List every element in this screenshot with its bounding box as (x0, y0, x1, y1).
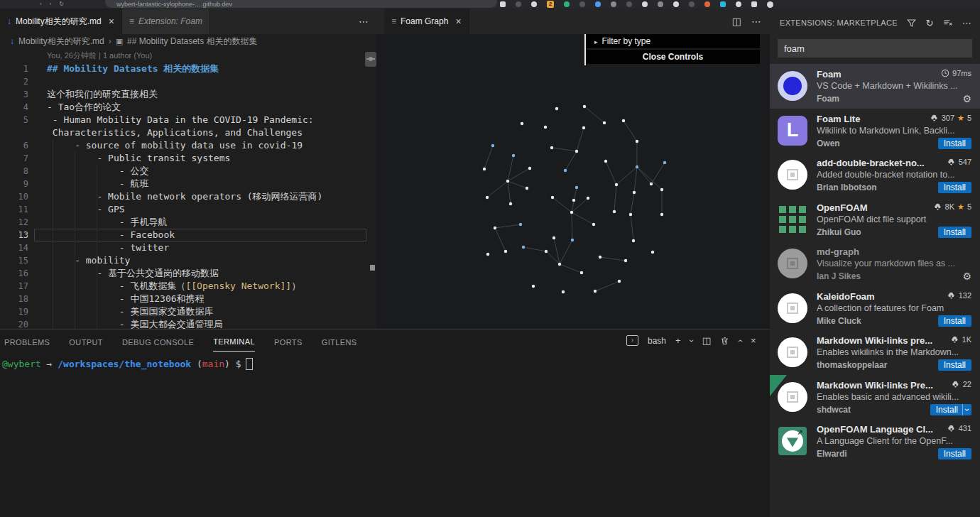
filter-by-type-control[interactable]: ▸Filter by type (586, 34, 760, 48)
browser-extension-icon[interactable] (673, 1, 679, 7)
new-terminal-icon[interactable]: + (675, 335, 681, 346)
graph-node[interactable] (618, 280, 621, 283)
tab-gitlens[interactable]: GITLENS (322, 331, 357, 352)
close-controls-button[interactable]: Close Controls (586, 50, 760, 64)
extension-list-item[interactable]: add-double-bracket-no... 547 Added doubl… (770, 153, 980, 197)
extension-list-item[interactable]: ↗ OpenFOAM Language Cl... 431 A Language… (770, 419, 980, 464)
install-button[interactable]: Install (938, 138, 971, 149)
extension-list-item[interactable]: Markdown Wiki-links pre... 1K Enables wi… (770, 330, 980, 375)
close-panel-icon[interactable]: × (751, 335, 756, 346)
tab-debug-console[interactable]: DEBUG CONSOLE (122, 331, 194, 352)
split-terminal-icon[interactable]: ◫ (702, 335, 711, 346)
graph-node[interactable] (603, 121, 606, 124)
tab-mobility-md[interactable]: ↓ Mobility相关的研究.md × (0, 9, 122, 34)
breadcrumb[interactable]: ↓ Mobility相关的研究.md › ▣ ## Mobility Datas… (0, 34, 377, 48)
tab-output[interactable]: OUTPUT (69, 331, 103, 352)
editor-sash-handle[interactable] (365, 52, 376, 67)
maximize-panel-icon[interactable]: › (735, 339, 745, 342)
manage-gear-icon[interactable]: ⚙ (962, 271, 971, 282)
tab-extension-foam[interactable]: ≡ Extension: Foam (122, 9, 210, 34)
code-line[interactable]: 3 这个和我们的研究直接相关 (0, 88, 369, 101)
tab-terminal[interactable]: TERMINAL (213, 330, 255, 352)
browser-extension-icon[interactable] (736, 1, 741, 7)
graph-node[interactable] (633, 191, 636, 194)
filter-icon[interactable] (907, 18, 916, 28)
graph-node[interactable] (572, 199, 575, 202)
close-tab-icon[interactable]: × (109, 16, 114, 27)
graph-node[interactable] (636, 165, 638, 168)
graph-node[interactable] (504, 250, 507, 253)
graph-node[interactable] (571, 239, 574, 241)
code-line[interactable]: 18 - 中国12306和携程 (0, 293, 369, 305)
tab-foam-graph[interactable]: ≡ Foam Graph × (384, 9, 469, 34)
extension-list-item[interactable]: Foam 97ms VS Code + Markdown + Wikilinks… (770, 64, 980, 109)
graph-canvas[interactable] (377, 34, 770, 329)
tab-ports[interactable]: PORTS (274, 331, 303, 352)
code-line[interactable]: 8 - 公交 (0, 165, 369, 178)
graph-node[interactable] (650, 183, 653, 185)
code-line[interactable]: 19 - 美国国家交通数据库 (0, 305, 369, 318)
terminal-dropdown-chevron-icon[interactable]: › (687, 339, 697, 342)
extension-list-item[interactable]: OpenFOAM 8K★5 OpenFOAM dict file support… (770, 197, 980, 242)
install-dropdown-chevron-icon[interactable]: › (962, 404, 971, 415)
code-line[interactable]: 11 - GPS (0, 203, 369, 216)
code-line[interactable]: 13 - Facebook (0, 229, 369, 241)
install-button[interactable]: Install (938, 448, 971, 459)
graph-node[interactable] (613, 210, 616, 213)
graph-node[interactable] (558, 263, 561, 266)
graph-node[interactable] (555, 107, 558, 110)
install-button[interactable]: Install (938, 359, 971, 371)
browser-extension-icon[interactable] (531, 1, 537, 7)
graph-node[interactable] (494, 227, 496, 229)
install-button[interactable]: Install (930, 404, 962, 415)
graph-node[interactable] (660, 213, 663, 216)
graph-node[interactable] (587, 197, 589, 200)
browser-extension-icon[interactable] (516, 1, 521, 7)
browser-extension-icon[interactable] (500, 1, 506, 7)
code-line[interactable]: 2 (0, 75, 369, 88)
code-line[interactable]: 14 - twitter (0, 241, 369, 254)
graph-node[interactable] (594, 290, 597, 293)
foam-graph-view[interactable]: ▸Filter by type Close Controls (377, 34, 770, 329)
code-line[interactable]: Characteristics, Applications, and Chall… (0, 126, 369, 139)
graph-node[interactable] (615, 183, 618, 186)
code-line[interactable]: 15 - mobility (0, 254, 369, 267)
graph-node[interactable] (575, 150, 578, 153)
extension-list-item[interactable]: md-graph Visualize your markdown files a… (770, 241, 980, 286)
code-line[interactable]: 10 - Mobile network operators (移动网络运营商) (0, 190, 369, 203)
graph-node[interactable] (660, 188, 663, 191)
graph-node[interactable] (651, 251, 654, 254)
install-button[interactable]: Install (938, 227, 971, 238)
graph-node[interactable] (632, 239, 635, 242)
extension-list-item[interactable]: L Foam Lite 307★5 Wikilink to Markdown L… (770, 109, 980, 153)
graph-node[interactable] (528, 167, 531, 170)
browser-extension-icon[interactable] (689, 1, 695, 7)
browser-extension-icon[interactable] (564, 1, 570, 7)
graph-node[interactable] (663, 161, 666, 164)
graph-node[interactable] (570, 211, 573, 214)
graph-node[interactable] (522, 246, 525, 249)
tab-problems[interactable]: PROBLEMS (4, 331, 50, 352)
graph-node[interactable] (506, 180, 509, 183)
browser-extension-icon[interactable] (658, 1, 663, 7)
browser-extension-icon[interactable] (626, 1, 632, 7)
back-icon[interactable]: ‹ (40, 1, 42, 7)
more-actions-icon[interactable]: ⋯ (962, 18, 971, 28)
code-line[interactable]: 16 - 基于公共交通岗的移动数据 (0, 267, 369, 280)
code-line[interactable]: 7 - Public transit systems (0, 152, 369, 165)
extension-list-item[interactable]: KaleidoFoam 132 A collection of features… (770, 286, 980, 331)
forward-icon[interactable]: › (50, 1, 52, 7)
breadcrumb-symbol[interactable]: ## Mobility Datasets 相关的数据集 (127, 36, 257, 48)
graph-node[interactable] (491, 144, 494, 147)
graph-node[interactable] (552, 236, 555, 239)
more-actions-icon[interactable]: ⋯ (751, 16, 761, 27)
install-button[interactable]: Install (938, 315, 971, 327)
code-line[interactable]: 9 - 航班 (0, 178, 369, 190)
browser-extension-icon[interactable] (579, 1, 585, 7)
shell-name[interactable]: bash (648, 336, 666, 346)
extension-list-item[interactable]: Markdown Wiki-links Pre... 22 Enables ba… (770, 375, 980, 420)
clear-extensions-icon[interactable] (943, 18, 953, 28)
code-line[interactable]: 20 - 美国大都会交通管理局 (0, 318, 369, 329)
manage-gear-icon[interactable]: ⚙ (962, 93, 971, 104)
graph-node[interactable] (580, 271, 583, 274)
